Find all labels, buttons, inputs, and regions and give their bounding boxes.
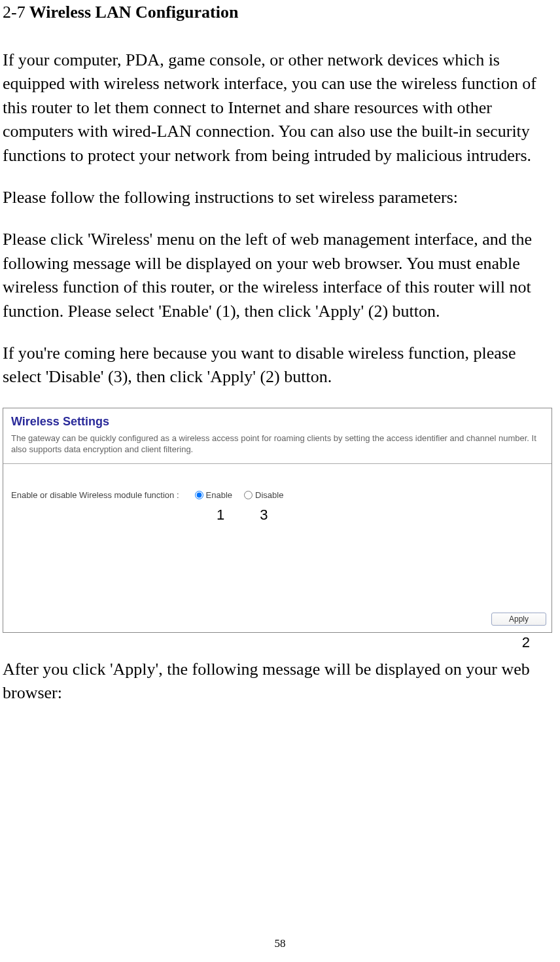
annotation-1: 1	[217, 507, 224, 524]
enable-radio[interactable]	[195, 491, 203, 499]
apply-button[interactable]: Apply	[491, 613, 546, 626]
section-title: Wireless LAN Configuration	[29, 3, 239, 22]
wireless-settings-description: The gateway can be quickly configured as…	[3, 433, 551, 461]
wireless-settings-title: Wireless Settings	[3, 408, 551, 433]
paragraph-intro: If your computer, PDA, game console, or …	[3, 48, 557, 168]
section-number: 2-7	[3, 3, 26, 22]
wireless-module-label: Enable or disable Wireless module functi…	[11, 490, 179, 500]
wireless-settings-screenshot: Wireless Settings The gateway can be qui…	[3, 408, 552, 633]
disable-radio[interactable]	[244, 491, 253, 499]
annotation-row: 1 3	[3, 507, 551, 524]
disable-radio-label[interactable]: Disable	[244, 490, 283, 500]
paragraph-disable-instructions: If you're coming here because you want t…	[3, 342, 557, 389]
section-heading: 2-7 Wireless LAN Configuration	[3, 3, 557, 22]
paragraph-instruction-lead: Please follow the following instructions…	[3, 186, 557, 209]
paragraph-enable-instructions: Please click 'Wireless' menu on the left…	[3, 228, 557, 323]
enable-radio-text: Enable	[206, 490, 232, 500]
divider	[3, 463, 551, 464]
paragraph-after-apply: After you click 'Apply', the following m…	[3, 658, 557, 705]
enable-radio-label[interactable]: Enable	[195, 490, 232, 500]
annotation-3: 3	[260, 507, 268, 524]
annotation-2: 2	[3, 634, 557, 651]
disable-radio-text: Disable	[255, 490, 283, 500]
page-number: 58	[0, 937, 560, 950]
wireless-module-control-row: Enable or disable Wireless module functi…	[3, 490, 551, 500]
apply-row: Apply	[3, 609, 551, 632]
